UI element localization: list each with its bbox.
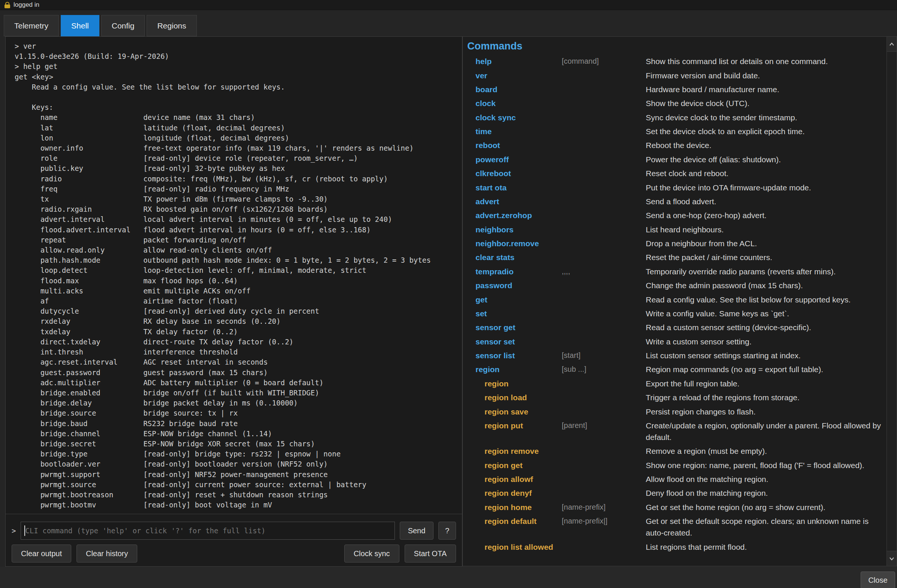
command-name[interactable]: advert.zerohop xyxy=(467,209,562,221)
command-row: sensor list[start]List custom sensor set… xyxy=(467,348,884,362)
commands-panel: Commands help[command]Show this command … xyxy=(462,37,897,566)
command-desc: Create/update a region, optionally under… xyxy=(646,420,884,443)
command-desc: Send a flood advert. xyxy=(646,195,884,207)
command-name[interactable]: region allowf xyxy=(467,473,562,485)
command-row: rebootReboot the device. xyxy=(467,138,884,152)
command-name[interactable]: tempradio xyxy=(467,266,562,277)
login-status: logged in xyxy=(14,1,39,9)
command-name[interactable]: region xyxy=(467,363,562,375)
send-button[interactable]: Send xyxy=(400,522,433,540)
command-name[interactable]: reboot xyxy=(467,139,562,151)
clock-sync-button[interactable]: Clock sync xyxy=(344,545,400,562)
command-name[interactable]: advert xyxy=(467,195,562,207)
command-row: start otaPut the device into OTA firmwar… xyxy=(467,180,884,194)
tab-bar: TelemetryShellConfigRegions xyxy=(4,15,197,37)
command-row: region getShow one region: name, parent,… xyxy=(467,458,884,472)
command-row: setWrite a config value. Same keys as `g… xyxy=(467,307,884,321)
command-desc: Change the admin password (max 15 chars)… xyxy=(646,279,884,291)
command-desc: Set the device clock to an explicit epoc… xyxy=(646,125,884,137)
command-args: [name-prefix|] xyxy=(562,515,646,527)
command-row: clockShow the device clock (UTC). xyxy=(467,96,884,110)
title-bar: logged in xyxy=(0,0,897,10)
start-ota-button[interactable]: Start OTA xyxy=(405,545,456,562)
command-name[interactable]: region remove xyxy=(467,445,562,457)
command-desc: Write a custom sensor setting. xyxy=(646,336,884,347)
command-name[interactable]: set xyxy=(467,308,562,319)
command-row: region put[parent]Create/update a region… xyxy=(467,418,884,444)
command-name[interactable]: start ota xyxy=(467,182,562,193)
cli-input[interactable] xyxy=(25,527,395,535)
command-name[interactable]: region xyxy=(467,378,562,389)
tab-telemetry[interactable]: Telemetry xyxy=(4,15,59,37)
command-name[interactable]: region put xyxy=(467,420,562,431)
scroll-up-button[interactable] xyxy=(887,37,897,52)
scrollbar[interactable] xyxy=(886,37,897,566)
command-name[interactable]: region get xyxy=(467,460,562,471)
command-desc: Deny flood on the matching region. xyxy=(646,487,884,499)
command-desc: Region map commands (no arg = export ful… xyxy=(646,363,884,375)
command-row: help[command]Show this command list or d… xyxy=(467,54,884,68)
status-footer: Close xyxy=(0,567,897,588)
shell-panel: > ver v1.15.0-dee3e26 (Build: 19-Apr-202… xyxy=(5,37,462,567)
command-name[interactable]: board xyxy=(467,84,562,95)
command-name[interactable]: region load xyxy=(467,392,562,403)
command-row: region home[name-prefix]Get or set the h… xyxy=(467,500,884,514)
scroll-down-button[interactable] xyxy=(887,551,897,566)
command-desc: Power the device off (alias: shutdown). xyxy=(646,154,884,165)
command-name[interactable]: sensor list xyxy=(467,350,562,361)
command-name[interactable]: region denyf xyxy=(467,487,562,499)
command-name[interactable]: ver xyxy=(467,70,562,81)
command-name[interactable]: region save xyxy=(467,406,562,417)
command-desc: Get or set the default scope region. cle… xyxy=(646,515,884,539)
command-desc: Sync device clock to the sender timestam… xyxy=(646,111,884,123)
command-row: region removeRemove a region (must be em… xyxy=(467,444,884,458)
chevron-up-icon xyxy=(888,40,895,48)
command-row: regionExport the full region table. xyxy=(467,377,884,391)
command-desc: Allow flood on the matching region. xyxy=(646,473,884,485)
help-button[interactable]: ? xyxy=(438,522,456,540)
command-name[interactable]: neighbor.remove xyxy=(467,238,562,249)
command-name[interactable]: password xyxy=(467,279,562,291)
command-name[interactable]: get xyxy=(467,294,562,305)
command-name[interactable]: region list allowed xyxy=(467,541,562,553)
command-name[interactable]: clock xyxy=(467,98,562,109)
command-desc: Drop a neighbour from the ACL. xyxy=(646,238,884,249)
close-button[interactable]: Close xyxy=(860,571,895,588)
command-desc: Show this command list or details on one… xyxy=(646,55,884,67)
command-name[interactable]: sensor set xyxy=(467,336,562,347)
command-row: region allowfAllow flood on the matching… xyxy=(467,472,884,486)
command-name[interactable]: clear stats xyxy=(467,252,562,263)
commands-title: Commands xyxy=(467,40,884,52)
command-desc: Reset the packet / air-time counters. xyxy=(646,252,884,263)
command-row: region[sub ...]Region map commands (no a… xyxy=(467,362,884,376)
tab-config[interactable]: Config xyxy=(101,15,145,37)
command-name[interactable]: poweroff xyxy=(467,154,562,165)
command-args: [sub ...] xyxy=(562,363,646,375)
cli-input-wrap xyxy=(21,522,395,540)
app-window: logged in TelemetryShellConfigRegions > … xyxy=(0,0,897,588)
command-desc: Persist region changes to flash. xyxy=(646,406,884,417)
clear-history-button[interactable]: Clear history xyxy=(77,545,137,562)
command-list: help[command]Show this command list or d… xyxy=(467,54,884,554)
command-name[interactable]: time xyxy=(467,125,562,137)
clear-output-button[interactable]: Clear output xyxy=(12,545,71,562)
command-args: [start] xyxy=(562,350,646,361)
command-desc: List custom sensor settings starting at … xyxy=(646,350,884,361)
command-row: region default[name-prefix|]Get or set t… xyxy=(467,514,884,540)
tab-regions[interactable]: Regions xyxy=(147,15,196,37)
command-row: sensor setWrite a custom sensor setting. xyxy=(467,334,884,348)
command-name[interactable]: region default xyxy=(467,515,562,527)
command-name[interactable]: neighbors xyxy=(467,224,562,235)
command-row: sensor getRead a custom sensor setting (… xyxy=(467,321,884,334)
command-name[interactable]: sensor get xyxy=(467,322,562,333)
command-name[interactable]: help xyxy=(467,55,562,67)
command-name[interactable]: region home xyxy=(467,501,562,513)
command-args: [name-prefix] xyxy=(562,501,646,513)
command-name[interactable]: clock sync xyxy=(467,111,562,123)
command-name[interactable]: clkreboot xyxy=(467,168,562,179)
command-row: boardHardware board / manufacturer name. xyxy=(467,82,884,96)
actions-row: Clear output Clear history Clock sync St… xyxy=(6,545,462,562)
command-row: region list allowedList regions that per… xyxy=(467,540,884,553)
tab-shell[interactable]: Shell xyxy=(61,15,99,37)
command-desc: List heard neighbours. xyxy=(646,224,884,235)
